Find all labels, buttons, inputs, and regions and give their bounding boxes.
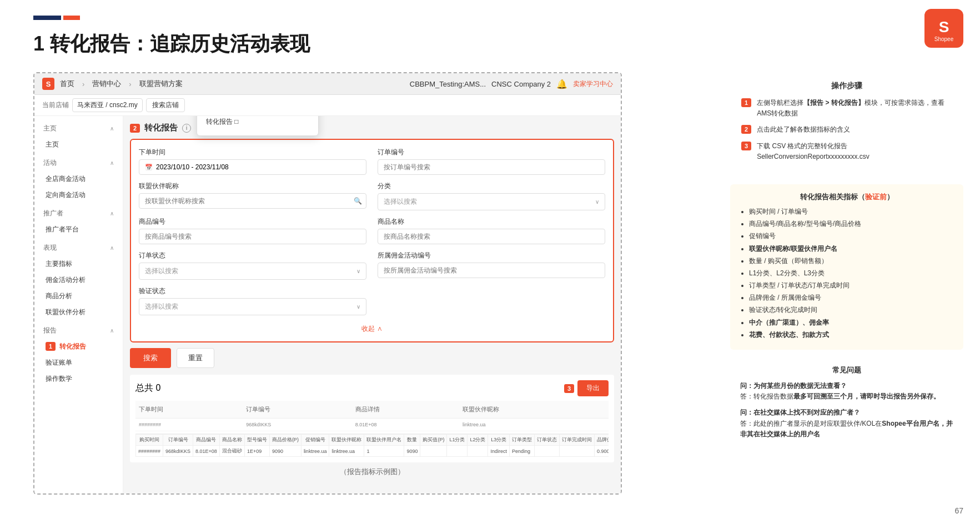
sfd-prod-name: 混合磁砂 [219, 446, 244, 457]
sfd-aff-user: 1 [364, 446, 404, 457]
filter-field-product-name: 商品名称 [378, 217, 605, 244]
product-id-input[interactable] [139, 229, 366, 244]
svg-text:Shopee: Shopee [934, 36, 954, 42]
sfh-aff-user: 联盟伙伴用户名 [364, 435, 404, 446]
filter-box: 下单时间 📅 2023/10/10 - 2023/11/08 订单编号 [130, 139, 614, 342]
sidebar-item-home[interactable]: 主页 [34, 137, 123, 153]
info-item-1: 购买时间 / 订单编号 [749, 206, 953, 217]
sample-full-data-row: ######## 968kdIKKS 8.01E+08 混合磁砂 1E+09 9… [136, 446, 609, 457]
faq-a-1: 答：转化报告数据最多可回溯至三个月，请即时导出报告另外保存。 [740, 391, 953, 402]
chevron-down-icon-3: ∨ [356, 304, 360, 310]
product-name-input[interactable] [378, 229, 605, 244]
sidebar-item-promoter-platform[interactable]: 推广者平台 [34, 221, 123, 238]
info-item-7: 订单类型 / 订单状态/订单完成时间 [749, 280, 953, 291]
search-store-button[interactable]: 搜索店铺 [146, 98, 185, 112]
reset-button[interactable]: 重置 [177, 348, 214, 368]
decorative-lines [33, 16, 80, 20]
home-group-label: 主页 [43, 124, 57, 133]
breadcrumb-home[interactable]: 首页 [60, 79, 74, 89]
sample-full-header: 购买时间 订单编号 商品编号 商品名称 型号编号 商品价格(P) 促销编号 联盟… [136, 435, 609, 446]
breadcrumb-affiliate: 联盟营销方案 [139, 79, 183, 89]
report-group-label: 报告 [43, 326, 57, 335]
sample-col-1: ######## [135, 419, 243, 431]
help-center[interactable]: 卖家学习中心 [573, 79, 613, 89]
sidebar-group-header-home[interactable]: 主页 ∧ [34, 120, 123, 137]
sfd-brand-comm: 0.90000094 [594, 446, 609, 457]
verify-status-select[interactable]: 选择以搜索 ∨ [139, 298, 366, 315]
sidebar-item-main-metrics[interactable]: 主要指标 [34, 256, 123, 272]
bell-icon[interactable]: 🔔 [556, 79, 567, 89]
sidebar-item-product-analysis[interactable]: 商品分析 [34, 288, 123, 304]
sfh-prod-name: 商品名称 [219, 435, 244, 446]
info-card-title: 转化报告相关指标（验证前） [740, 192, 953, 202]
order-status-label: 订单状态 [139, 251, 366, 260]
sidebar-group-header-performance[interactable]: 表现 ∧ [34, 240, 123, 256]
search-button[interactable]: 搜索 [130, 348, 171, 368]
sfd-price: 9090 [269, 446, 301, 457]
sfh-prod-no: 商品编号 [193, 435, 220, 446]
chevron-up-icon-4: ∧ [110, 245, 114, 251]
sidebar-group-header-activity[interactable]: 活动 ∧ [34, 155, 123, 171]
step-num-2: 2 [741, 125, 751, 134]
category-label: 分类 [378, 182, 605, 191]
conversion-report-label: 转化报告 [59, 342, 86, 350]
right-panel: 操作步骤 1 左侧导航栏选择【报告 > 转化报告】模块，可按需求筛选，查看AMS… [730, 72, 963, 453]
filter-row-4: 订单状态 选择以搜索 ∨ 所属佣金活动编号 [139, 251, 605, 280]
store-toolbar: 当前店铺 马来西亚 / cnsc2.my 搜索店铺 [34, 95, 621, 116]
sidebar-item-conversion-report[interactable]: 1 转化报告 [34, 339, 123, 355]
category-placeholder: 选择以搜索 [384, 197, 417, 206]
step-3-badge: 3 [564, 384, 574, 393]
info-item-5: 数量 / 购买值（即销售额） [749, 256, 953, 266]
filter-field-affiliate: 联盟伙伴昵称 🔍 [139, 182, 366, 210]
collapse-row[interactable]: 收起 ∧ [139, 322, 605, 334]
table-header-row: 下单时间 订单编号 商品详情 联盟伙伴昵称 [135, 401, 609, 419]
info-item-10-bold: 中介（推广渠道）、佣金率 [749, 319, 829, 326]
section-title: 转化报告 [144, 123, 178, 133]
sidebar-item-operation[interactable]: 操作数学 [34, 371, 123, 387]
sfh-l2: L2分类 [468, 435, 488, 446]
category-select[interactable]: 选择以搜索 ∨ [378, 193, 605, 210]
sfd-prod-no: 8.01E+08 [193, 446, 220, 457]
step-text-1: 左侧导航栏选择【报告 > 转化报告】模块，可按需求筛选，查看AMS转化数据 [757, 98, 952, 119]
sidebar-group-header-promoter[interactable]: 推广者 ∧ [34, 205, 123, 221]
sfd-l3: Indirect [488, 446, 510, 457]
info-icon[interactable]: i [182, 124, 191, 133]
page-title: 1 转化报告：追踪历史活动表现 [33, 31, 310, 58]
step-1-badge: 1 [46, 342, 56, 351]
faq-a-2: 答：此处的推广者显示的是对应联盟伙伴/KOL在Shopee平台用户名，并非其在社… [740, 419, 953, 440]
activity-group-label: 活动 [43, 158, 57, 168]
step-num-1: 1 [741, 98, 751, 107]
date-range-input[interactable]: 📅 2023/10/10 - 2023/11/08 [139, 159, 366, 175]
info-card-list: 购买时间 / 订单编号 商品编号/商品名称/型号编号/商品价格 促销编号 联盟伙… [740, 206, 953, 340]
info-item-6: L1分类、L2分类、L3分类 [749, 268, 953, 279]
breadcrumb-marketing[interactable]: 营销中心 [92, 79, 121, 89]
shopee-nav-icon: S [42, 78, 54, 90]
filter-row-1: 下单时间 📅 2023/10/10 - 2023/11/08 订单编号 [139, 148, 605, 175]
sidebar-group-header-report[interactable]: 报告 ∧ [34, 323, 123, 339]
faq-item-1: 问：为何某些月份的数据无法查看？ 答：转化报告数据最多可回溯至三个月，请即时导出… [740, 381, 953, 402]
sidebar-item-verify-bill[interactable]: 验证账单 [34, 355, 123, 371]
store-value[interactable]: 马来西亚 / cnsc2.my [72, 98, 143, 112]
sidebar-group-home: 主页 ∧ 主页 [34, 120, 123, 153]
layout: 主页 ∧ 主页 活动 ∧ 全店商金活动 定向商金活动 推广者 [34, 116, 621, 493]
export-button[interactable]: 导出 [577, 380, 609, 396]
sidebar-item-targeted[interactable]: 定向商金活动 [34, 187, 123, 203]
order-status-select[interactable]: 选择以搜索 ∨ [139, 263, 366, 280]
sfd-complete-time [559, 446, 594, 457]
sidebar-item-commission-analysis[interactable]: 佣金活动分析 [34, 272, 123, 288]
order-number-input[interactable] [378, 159, 605, 175]
sidebar-item-affiliate-analysis[interactable]: 联盟伙伴分析 [34, 304, 123, 320]
browser-nav: S 首页 › 营销中心 › 联盟营销方案 CBBPM_Testing:AMS..… [34, 73, 621, 95]
commission-id-input[interactable] [378, 263, 605, 278]
page-number: 67 [954, 506, 963, 515]
data-table: 下单时间 订单编号 商品详情 联盟伙伴昵称 ######## 968kdIKKS [135, 401, 609, 431]
sample-extended-row: 购买时间 订单编号 商品编号 商品名称 型号编号 商品价格(P) 促销编号 联盟… [135, 434, 609, 457]
sidebar-item-all-store[interactable]: 全店商金活动 [34, 171, 123, 187]
verify-status-label: 验证状态 [139, 286, 366, 296]
sfd-order-type: Pending [509, 446, 534, 457]
affiliate-input[interactable] [139, 193, 366, 209]
product-name-label: 商品名称 [378, 217, 605, 226]
deco-line-dark [33, 16, 61, 20]
calendar-icon: 📅 [145, 164, 153, 171]
breadcrumb-arrow-1: › [82, 80, 84, 88]
